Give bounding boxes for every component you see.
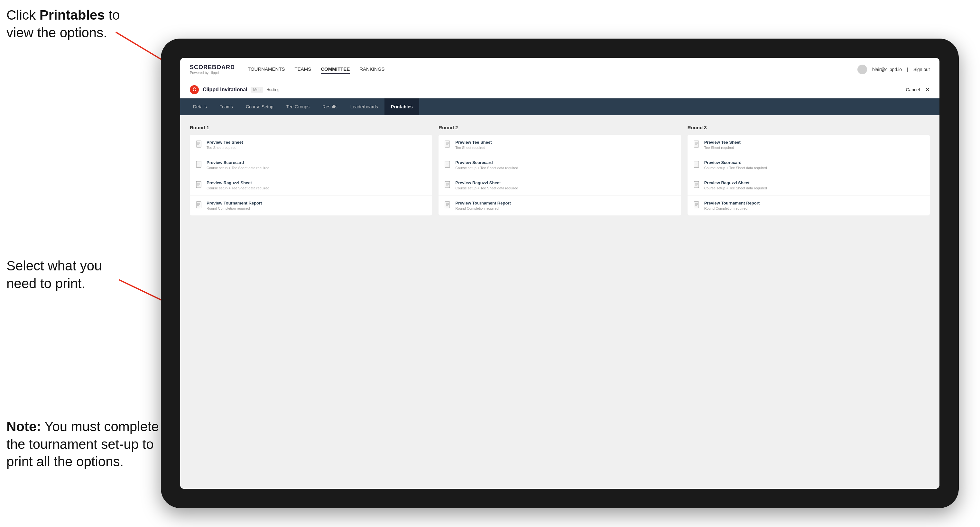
svg-rect-46	[694, 202, 699, 208]
top-nav-links: TOURNAMENTS TEAMS COMMITTEE RANKINGS	[248, 65, 858, 74]
r3-scorecard[interactable]: Preview Scorecard Course setup + Tee She…	[687, 155, 930, 175]
r1-tee-sheet-label: Preview Tee Sheet	[207, 140, 243, 145]
svg-rect-30	[445, 202, 450, 208]
round-3-column: Round 3 Preview Tee Sheet Tee S	[687, 125, 930, 216]
nav-committee[interactable]: COMMITTEE	[321, 65, 350, 74]
top-nav: SCOREBOARD Powered by clippd TOURNAMENTS…	[180, 58, 939, 81]
r3-scorecard-sub: Course setup + Tee Sheet data required	[704, 166, 767, 170]
r1-tee-sheet[interactable]: Preview Tee Sheet Tee Sheet required	[190, 135, 432, 155]
r3-tee-sheet[interactable]: Preview Tee Sheet Tee Sheet required	[687, 135, 930, 155]
sign-out-separator: |	[907, 67, 908, 72]
document-icon-12	[693, 201, 700, 210]
r2-scorecard-label: Preview Scorecard	[455, 160, 518, 165]
tournament-status: Hosting	[266, 87, 280, 92]
round-1-card: Preview Tee Sheet Tee Sheet required	[190, 135, 432, 216]
r2-raguzzi-sub: Course setup + Tee Sheet data required	[455, 186, 518, 190]
r1-scorecard[interactable]: Preview Scorecard Course setup + Tee She…	[190, 155, 432, 175]
tab-details[interactable]: Details	[187, 98, 213, 115]
svg-rect-18	[445, 141, 450, 147]
document-icon-9	[693, 141, 700, 149]
r3-raguzzi-sub: Course setup + Tee Sheet data required	[704, 186, 767, 190]
user-avatar	[858, 65, 867, 74]
top-nav-right: blair@clippd.io | Sign out	[858, 65, 930, 74]
printables-bold: Printables	[40, 7, 105, 22]
logo-sub: Powered by clippd	[190, 71, 235, 75]
tab-course-setup[interactable]: Course Setup	[239, 98, 280, 115]
document-icon-4	[196, 201, 203, 210]
svg-rect-14	[196, 202, 201, 208]
document-icon	[196, 141, 203, 149]
r2-tournament-report[interactable]: Preview Tournament Report Round Completi…	[439, 195, 681, 216]
svg-rect-22	[445, 161, 450, 168]
tab-bar: Details Teams Course Setup Tee Groups Re…	[180, 98, 939, 115]
r3-tee-sheet-sub: Tee Sheet required	[704, 146, 741, 149]
document-icon-2	[196, 161, 203, 169]
r1-tournament-report[interactable]: Preview Tournament Report Round Completi…	[190, 195, 432, 216]
r2-tee-sheet-sub: Tee Sheet required	[455, 146, 492, 149]
tab-printables[interactable]: Printables	[385, 98, 419, 115]
r1-raguzzi[interactable]: Preview Raguzzi Sheet Course setup + Tee…	[190, 175, 432, 195]
document-icon-10	[693, 161, 700, 169]
nav-tournaments[interactable]: TOURNAMENTS	[248, 65, 285, 74]
r3-report-label: Preview Tournament Report	[704, 201, 760, 205]
r1-tee-sheet-sub: Tee Sheet required	[207, 146, 243, 149]
note-bold: Note:	[6, 419, 41, 434]
round-1-title: Round 1	[190, 125, 432, 130]
r2-tee-sheet-label: Preview Tee Sheet	[455, 140, 492, 145]
scoreboard-logo: SCOREBOARD Powered by clippd	[190, 64, 235, 75]
round-3-title: Round 3	[687, 125, 930, 130]
cancel-label[interactable]: Cancel	[906, 87, 920, 92]
tournament-name: Clippd Invitational	[203, 87, 247, 93]
svg-rect-2	[196, 141, 201, 147]
svg-rect-34	[694, 141, 699, 147]
r2-scorecard-sub: Course setup + Tee Sheet data required	[455, 166, 518, 170]
annotation-top: Click Printables toview the options.	[6, 6, 120, 41]
round-1-column: Round 1 Preview Tee Sheet Tee S	[190, 125, 432, 216]
user-email: blair@clippd.io	[872, 67, 902, 72]
round-2-column: Round 2 Preview Tee Sheet Tee S	[439, 125, 681, 216]
document-icon-3	[196, 181, 203, 189]
tab-teams[interactable]: Teams	[213, 98, 239, 115]
tab-tee-groups[interactable]: Tee Groups	[280, 98, 316, 115]
round-2-card: Preview Tee Sheet Tee Sheet required	[439, 135, 681, 216]
round-3-card: Preview Tee Sheet Tee Sheet required	[687, 135, 930, 216]
tablet-screen: SCOREBOARD Powered by clippd TOURNAMENTS…	[180, 58, 939, 489]
close-icon[interactable]: ✕	[925, 86, 930, 93]
r1-raguzzi-sub: Course setup + Tee Sheet data required	[207, 186, 269, 190]
tablet-frame: SCOREBOARD Powered by clippd TOURNAMENTS…	[161, 38, 959, 508]
r3-tournament-report[interactable]: Preview Tournament Report Round Completi…	[687, 195, 930, 216]
r2-raguzzi[interactable]: Preview Raguzzi Sheet Course setup + Tee…	[439, 175, 681, 195]
document-icon-7	[444, 181, 452, 189]
r3-raguzzi[interactable]: Preview Raguzzi Sheet Course setup + Tee…	[687, 175, 930, 195]
document-icon-6	[444, 161, 452, 169]
nav-teams[interactable]: TEAMS	[295, 65, 312, 74]
r3-scorecard-label: Preview Scorecard	[704, 160, 767, 165]
document-icon-5	[444, 141, 452, 149]
r2-scorecard[interactable]: Preview Scorecard Course setup + Tee She…	[439, 155, 681, 175]
annotation-mid: Select what youneed to print.	[6, 257, 102, 292]
svg-rect-38	[694, 161, 699, 168]
document-icon-11	[693, 181, 700, 189]
r3-tee-sheet-label: Preview Tee Sheet	[704, 140, 741, 145]
tab-results[interactable]: Results	[316, 98, 344, 115]
round-2-title: Round 2	[439, 125, 681, 130]
r1-report-sub: Round Completion required	[207, 206, 262, 210]
tournament-badge: Men	[251, 87, 263, 93]
svg-rect-42	[694, 181, 699, 188]
r2-raguzzi-label: Preview Raguzzi Sheet	[455, 180, 518, 185]
r2-report-label: Preview Tournament Report	[455, 201, 511, 205]
r3-report-sub: Round Completion required	[704, 206, 760, 210]
r1-report-label: Preview Tournament Report	[207, 201, 262, 205]
nav-rankings[interactable]: RANKINGS	[360, 65, 385, 74]
tournament-header: C Clippd Invitational Men Hosting Cancel…	[180, 81, 939, 98]
r2-report-sub: Round Completion required	[455, 206, 511, 210]
svg-rect-10	[196, 181, 201, 188]
tournament-icon: C	[190, 85, 199, 94]
tab-leaderboards[interactable]: Leaderboards	[344, 98, 385, 115]
sign-out-link[interactable]: Sign out	[913, 67, 930, 72]
svg-rect-26	[445, 181, 450, 188]
r1-scorecard-sub: Course setup + Tee Sheet data required	[207, 166, 269, 170]
r2-tee-sheet[interactable]: Preview Tee Sheet Tee Sheet required	[439, 135, 681, 155]
main-content: Round 1 Preview Tee Sheet Tee S	[180, 115, 939, 489]
document-icon-8	[444, 201, 452, 210]
